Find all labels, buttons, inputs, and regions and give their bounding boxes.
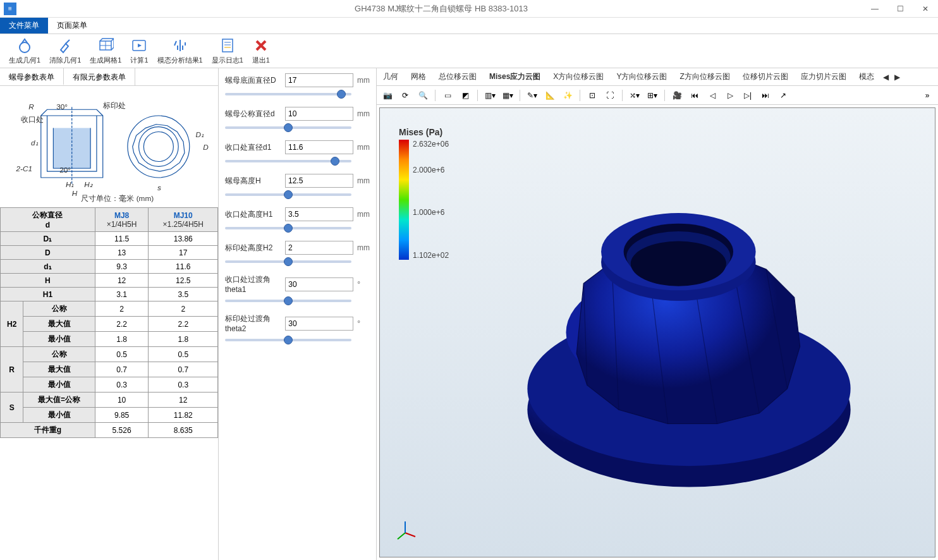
svg-text:2-C1: 2-C1 bbox=[16, 164, 32, 173]
tool-show-log[interactable]: 显示日志1 bbox=[208, 35, 247, 66]
result-tab-0[interactable]: 几何 bbox=[377, 68, 405, 86]
anim-play-icon[interactable]: ▷ bbox=[723, 88, 737, 102]
svg-text:H: H bbox=[72, 189, 78, 197]
param-input-3[interactable] bbox=[285, 174, 353, 188]
fit-icon[interactable]: ⛶ bbox=[603, 88, 617, 102]
param-label: 收口处直径d1 bbox=[225, 142, 281, 153]
anim-last-icon[interactable]: ⏭ bbox=[758, 88, 772, 102]
table-row: H13.13.5 bbox=[1, 288, 218, 301]
param-slider-0[interactable] bbox=[225, 93, 351, 95]
param-input-6[interactable] bbox=[285, 277, 353, 291]
screenshot-icon[interactable]: 📷 bbox=[381, 88, 394, 102]
anim-first-icon[interactable]: ⏮ bbox=[688, 88, 702, 102]
menu-tab-file[interactable]: 文件菜单 bbox=[0, 18, 48, 33]
table-row: R公称0.50.5 bbox=[1, 347, 218, 362]
tool-compute[interactable]: 计算1 bbox=[126, 35, 152, 66]
result-tab-8[interactable]: 应力切片云图 bbox=[795, 68, 853, 86]
param-input-0[interactable] bbox=[285, 73, 353, 87]
tabs-prev-icon[interactable]: ◀ bbox=[880, 73, 892, 82]
param-label: 螺母底面直径D bbox=[225, 75, 281, 86]
svg-text:30°: 30° bbox=[56, 102, 68, 111]
table-row: H1212.5 bbox=[1, 274, 218, 288]
anim-prev-icon[interactable]: ◁ bbox=[705, 88, 719, 102]
result-tab-2[interactable]: 总位移云图 bbox=[432, 68, 483, 86]
param-input-4[interactable] bbox=[285, 207, 353, 221]
anim-next-icon[interactable]: ▷| bbox=[741, 88, 755, 102]
viewport-3d[interactable]: Mises (Pa) 2.632e+06 2.000e+6 1.000e+6 1… bbox=[379, 107, 935, 557]
svg-rect-6 bbox=[222, 39, 233, 52]
table-row: H2公称22 bbox=[1, 301, 218, 317]
highlight-icon[interactable]: ✨ bbox=[561, 88, 575, 102]
visualization-panel: 几何网格总位移云图Mises应力云图X方向位移云图Y方向位移云图Z方向位移云图位… bbox=[377, 68, 938, 560]
result-tab-9[interactable]: 模态 bbox=[853, 68, 880, 86]
result-tab-1[interactable]: 网格 bbox=[405, 68, 432, 86]
geometry-icon bbox=[16, 37, 34, 54]
svg-text:H₂: H₂ bbox=[84, 180, 93, 188]
grid-icon[interactable]: ⊞▾ bbox=[645, 88, 659, 102]
parameter-form: 螺母底面直径D mm 螺母公称直径d mm 收口处直径d1 mm 螺母高度H m… bbox=[219, 68, 377, 560]
param-input-1[interactable] bbox=[285, 107, 353, 121]
left-panel: 螺母参数表单 有限元参数表单 bbox=[0, 68, 219, 560]
sub-tab-fem-params[interactable]: 有限元参数表单 bbox=[64, 68, 135, 85]
point-select-icon[interactable]: ⊡ bbox=[585, 88, 599, 102]
axes-icon[interactable]: ⤭▾ bbox=[628, 88, 642, 102]
tool-exit[interactable]: 退出1 bbox=[248, 35, 274, 66]
refresh-icon[interactable]: ⟳ bbox=[398, 88, 412, 102]
param-slider-7[interactable] bbox=[225, 339, 351, 341]
param-unit: mm bbox=[357, 210, 370, 219]
close-button[interactable]: ✕ bbox=[913, 0, 938, 18]
tool-generate-mesh[interactable]: 生成网格1 bbox=[86, 35, 125, 66]
param-slider-3[interactable] bbox=[225, 193, 351, 196]
tabs-next-icon[interactable]: ▶ bbox=[892, 73, 903, 82]
nut-3d-render bbox=[380, 108, 935, 557]
param-slider-5[interactable] bbox=[225, 260, 351, 263]
clip-icon[interactable]: ◩ bbox=[458, 88, 472, 102]
svg-point-43 bbox=[631, 241, 726, 286]
result-tab-5[interactable]: Y方向位移云图 bbox=[610, 68, 673, 86]
param-slider-6[interactable] bbox=[225, 300, 351, 302]
nut-dimension-diagram: R 标印处 收口处 d₁ 2-C1 30° 20° H₁ H₂ H D₁ D s… bbox=[0, 86, 218, 207]
svg-text:s: s bbox=[157, 183, 161, 192]
param-label: 标印处过渡角theta2 bbox=[225, 313, 281, 333]
param-input-5[interactable] bbox=[285, 241, 353, 255]
tool-modal-result[interactable]: 模态分析结果1 bbox=[154, 35, 207, 66]
maximize-button[interactable]: ☐ bbox=[887, 0, 913, 18]
result-tab-6[interactable]: Z方向位移云图 bbox=[673, 68, 736, 86]
param-slider-4[interactable] bbox=[225, 227, 351, 229]
anim-export-icon[interactable]: ↗ bbox=[776, 88, 790, 102]
measure-icon[interactable]: 📐 bbox=[543, 88, 557, 102]
tool-clear-geometry[interactable]: 清除几何1 bbox=[46, 35, 85, 66]
table-row: 千件重g5.5268.635 bbox=[1, 423, 218, 438]
param-input-7[interactable] bbox=[285, 317, 353, 331]
param-slider-1[interactable] bbox=[225, 126, 351, 129]
param-label: 螺母高度H bbox=[225, 176, 281, 186]
menu-tab-page[interactable]: 页面菜单 bbox=[48, 18, 96, 33]
table-row: d₁9.311.6 bbox=[1, 260, 218, 274]
window-title: GH4738 MJ螺纹十二角自锁螺母 HB 8383-1013 bbox=[20, 3, 862, 15]
result-tab-4[interactable]: X方向位移云图 bbox=[547, 68, 610, 86]
box-icon[interactable]: ▦▾ bbox=[501, 88, 515, 102]
result-tab-7[interactable]: 位移切片云图 bbox=[736, 68, 795, 86]
param-unit: mm bbox=[357, 176, 370, 185]
sub-tab-nut-params[interactable]: 螺母参数表单 bbox=[0, 68, 64, 85]
menu-bar: 文件菜单 页面菜单 bbox=[0, 18, 938, 34]
svg-line-1 bbox=[66, 40, 70, 44]
zoom-icon[interactable]: 🔍 bbox=[416, 88, 430, 102]
anim-record-icon[interactable]: 🎥 bbox=[670, 88, 684, 102]
tool-generate-geometry[interactable]: 生成几何1 bbox=[5, 35, 44, 66]
table-row: 最小值0.30.3 bbox=[1, 377, 218, 393]
table-row: S最大值=公称1012 bbox=[1, 393, 218, 408]
brush-icon[interactable]: ✎▾ bbox=[525, 88, 539, 102]
viewport-toolbar: 📷 ⟳ 🔍 ▭ ◩ ▥▾ ▦▾ ✎▾ 📐 ✨ ⊡ ⛶ ⤭▾ ⊞▾ 🎥 ⏮ ◁ ▷… bbox=[377, 86, 938, 105]
param-slider-2[interactable] bbox=[225, 160, 351, 162]
param-unit: mm bbox=[357, 143, 370, 152]
param-unit: ° bbox=[357, 319, 370, 328]
layers-icon[interactable]: ▥▾ bbox=[483, 88, 497, 102]
result-tab-3[interactable]: Mises应力云图 bbox=[483, 68, 547, 86]
toolbar-overflow-icon[interactable]: » bbox=[920, 88, 934, 102]
param-unit: ° bbox=[357, 280, 370, 289]
mesh-icon bbox=[97, 37, 114, 54]
select-box-icon[interactable]: ▭ bbox=[441, 88, 454, 102]
minimize-button[interactable]: — bbox=[862, 0, 887, 18]
param-input-2[interactable] bbox=[285, 140, 353, 154]
